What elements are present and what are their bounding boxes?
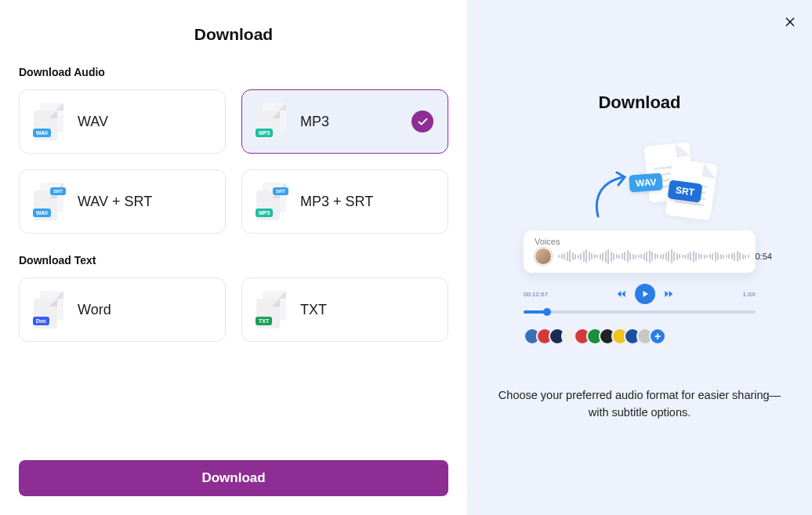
- wav-file-icon: WAV: [34, 103, 63, 140]
- audio-section-label: Download Audio: [19, 66, 448, 78]
- voice-card: Voices 0:54: [524, 230, 756, 273]
- option-label: MP3: [300, 114, 329, 130]
- option-mp3[interactable]: MP3 MP3: [241, 89, 448, 154]
- text-section-label: Download Text: [19, 254, 448, 267]
- player-speed: 1.0X: [743, 291, 756, 298]
- option-label: MP3 + SRT: [300, 194, 373, 210]
- selected-check-icon: [411, 111, 433, 132]
- illustration: WAV SRT Voices 0:54 00:12:67: [524, 144, 756, 345]
- forward-icon[interactable]: [663, 288, 674, 299]
- play-button[interactable]: [635, 284, 655, 304]
- txt-file-icon: TXT: [256, 291, 286, 328]
- option-label: WAV: [78, 114, 108, 130]
- flags: +: [524, 328, 756, 345]
- page-title: Download: [19, 25, 448, 44]
- option-label: Word: [78, 302, 111, 318]
- arrow-icon: [589, 171, 636, 218]
- progress-bar[interactable]: [524, 310, 756, 314]
- right-title: Download: [598, 92, 680, 113]
- mp3-srt-file-icon: SRTMP3: [256, 183, 286, 220]
- more-flags-icon: +: [649, 328, 666, 345]
- avatar: [535, 248, 552, 265]
- rewind-icon[interactable]: [616, 288, 627, 299]
- player-time: 00:12:67: [524, 291, 548, 298]
- option-txt[interactable]: TXT TXT: [241, 277, 448, 342]
- mp3-file-icon: MP3: [256, 103, 286, 140]
- wav-srt-file-icon: SRTWAV: [34, 183, 63, 220]
- voices-label: Voices: [535, 237, 745, 246]
- close-icon[interactable]: [782, 14, 798, 30]
- word-file-icon: Doc: [34, 291, 63, 328]
- option-wav[interactable]: WAV WAV: [19, 89, 226, 154]
- option-mp3-srt[interactable]: SRTMP3 MP3 + SRT: [241, 169, 448, 234]
- description: Choose your preferred audio format for e…: [492, 387, 787, 422]
- option-label: TXT: [300, 302, 327, 318]
- download-button[interactable]: Download: [19, 460, 448, 496]
- voice-duration: 0:54: [756, 252, 772, 261]
- option-label: WAV + SRT: [78, 194, 152, 210]
- option-word[interactable]: Doc Word: [19, 277, 226, 342]
- option-wav-srt[interactable]: SRTWAV WAV + SRT: [19, 169, 226, 234]
- waveform: [558, 248, 749, 265]
